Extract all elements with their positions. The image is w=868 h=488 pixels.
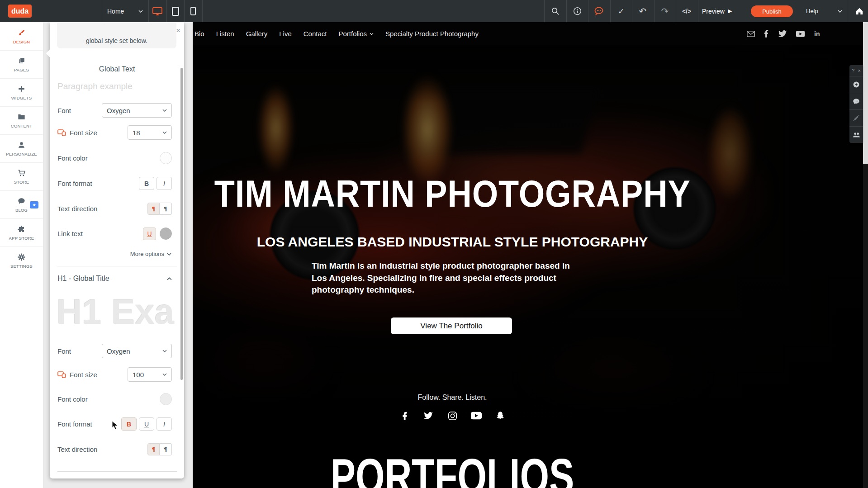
facebook-icon[interactable]: [397, 408, 412, 423]
site-header-social: in: [747, 22, 820, 45]
paragraph-example-preview: Paragraph example: [57, 81, 133, 91]
site-nav-portfolios[interactable]: Portfolios: [338, 30, 374, 38]
sidebar-item-pages[interactable]: PAGES: [0, 50, 43, 79]
responsive-devices-icon: [57, 129, 66, 136]
cart-icon: [17, 168, 26, 177]
sidebar-item-settings[interactable]: SETTINGS: [0, 246, 43, 275]
bold-button[interactable]: B: [139, 177, 154, 190]
sidebar-item-content[interactable]: CONTENT: [0, 106, 43, 135]
youtube-icon[interactable]: [796, 31, 805, 37]
sidebar-item-design[interactable]: DESIGN: [0, 22, 43, 51]
font-format-label: Font format: [57, 420, 92, 428]
chat-bubble-icon: [853, 98, 860, 105]
feedback-button[interactable]: [588, 0, 610, 22]
comments-tool-button[interactable]: [849, 93, 863, 110]
check-icon: ✓: [618, 7, 624, 16]
site-nav-bio[interactable]: Bio: [194, 30, 204, 38]
info-icon: [573, 7, 582, 15]
redo-icon: ↷: [661, 6, 669, 17]
font-format-label: Font format: [57, 180, 92, 187]
play-icon: ▶: [728, 8, 732, 14]
rtl-direction-button[interactable]: ¶: [160, 203, 172, 215]
site-nav-live[interactable]: Live: [279, 30, 292, 38]
edit-disabled-button[interactable]: [849, 110, 863, 127]
font-select[interactable]: Oxygen: [102, 103, 172, 118]
h1-bold-button[interactable]: B: [121, 417, 137, 431]
close-icon[interactable]: ×: [858, 68, 861, 73]
italic-button[interactable]: I: [157, 177, 172, 190]
sidebar-item-label: STORE: [14, 180, 29, 185]
twitter-icon[interactable]: [778, 30, 787, 37]
ltr-direction-button[interactable]: ¶: [147, 203, 160, 215]
dev-mode-button[interactable]: </>: [676, 0, 697, 22]
h1-section-title: H1 - Global Title: [57, 275, 109, 283]
redo-button[interactable]: ↷: [654, 0, 676, 22]
site-nav-gallery[interactable]: Gallery: [246, 30, 268, 38]
h1-rtl-direction-button[interactable]: ¶: [160, 443, 172, 455]
chevron-down-icon: [167, 253, 171, 256]
close-icon[interactable]: ×: [176, 26, 180, 35]
global-design-panel: GLOBAL DESIGN ? × global style set below…: [50, 22, 184, 479]
h1-ltr-direction-button[interactable]: ¶: [147, 443, 160, 455]
search-button[interactable]: [544, 0, 566, 22]
save-check-button[interactable]: ✓: [610, 0, 632, 22]
h1-font-color-swatch[interactable]: [160, 393, 172, 405]
sidebar-item-label: PERSONALIZE: [6, 152, 37, 156]
brush-icon: [17, 28, 26, 37]
mobile-view-button[interactable]: [184, 0, 202, 22]
link-color-swatch[interactable]: [160, 227, 172, 240]
desktop-view-button[interactable]: [148, 0, 166, 22]
sidebar-item-label: CONTENT: [11, 123, 32, 128]
snapchat-icon[interactable]: [493, 408, 508, 423]
view-portfolio-button[interactable]: View The Portfolio: [391, 317, 512, 334]
linkedin-icon[interactable]: in: [814, 30, 820, 38]
dashboard-home-button[interactable]: [850, 0, 868, 22]
undo-button[interactable]: ↶: [632, 0, 654, 22]
zoom-plus-icon: [853, 81, 860, 88]
instagram-icon[interactable]: [445, 408, 460, 423]
collaborators-button[interactable]: [849, 127, 863, 143]
h1-italic-button[interactable]: I: [157, 417, 172, 431]
youtube-icon[interactable]: [469, 408, 484, 423]
site-nav-listen[interactable]: Listen: [216, 30, 234, 38]
site-scrollbar-thumb[interactable]: [863, 22, 868, 164]
puzzle-icon: [17, 224, 26, 233]
star-icon: ★: [32, 203, 36, 207]
site-nav-specialty[interactable]: Specialty Product Photography: [385, 30, 479, 38]
collapse-chevron-icon[interactable]: [167, 277, 172, 280]
preview-button[interactable]: Preview ▶: [702, 0, 732, 22]
font-size-select[interactable]: 18: [128, 125, 172, 140]
panel-notice: global style set below.: [57, 22, 176, 48]
sidebar-item-app-store[interactable]: APP STORE: [0, 218, 43, 247]
tools-help-button[interactable]: ?: [852, 68, 854, 73]
sidebar-item-personalize[interactable]: PERSONALIZE: [0, 134, 43, 163]
help-menu[interactable]: Help: [802, 0, 847, 22]
site-nav-contact[interactable]: Contact: [304, 30, 327, 38]
page-selector[interactable]: Home: [102, 0, 148, 22]
publish-button[interactable]: Publish: [751, 5, 793, 17]
pen-crossed-icon: [853, 114, 860, 122]
more-options-link[interactable]: More options: [130, 251, 171, 257]
font-color-swatch[interactable]: [160, 152, 172, 164]
zoom-tool-button[interactable]: [849, 76, 863, 93]
site-scrollbar[interactable]: [863, 22, 868, 488]
person-icon: [17, 140, 26, 149]
mobile-icon: [190, 7, 196, 15]
underline-link-button[interactable]: U: [143, 227, 156, 240]
sidebar-item-widgets[interactable]: WIDGETS: [0, 78, 43, 107]
sidebar-item-store[interactable]: STORE: [0, 162, 43, 191]
h1-font-size-select[interactable]: 100: [128, 367, 172, 382]
email-icon[interactable]: [747, 31, 755, 37]
twitter-icon[interactable]: [421, 408, 436, 423]
font-color-label: Font color: [57, 154, 88, 162]
home-icon: [855, 7, 863, 15]
chevron-down-icon: [162, 109, 167, 112]
duda-logo[interactable]: duda: [8, 5, 32, 18]
font-label: Font: [57, 107, 71, 114]
h1-font-select[interactable]: Oxygen: [102, 344, 172, 358]
h1-underline-button[interactable]: U: [139, 417, 154, 431]
info-button[interactable]: [566, 0, 588, 22]
tablet-view-button[interactable]: [166, 0, 184, 22]
panel-scrollbar[interactable]: [180, 68, 183, 380]
facebook-icon[interactable]: [764, 30, 769, 38]
